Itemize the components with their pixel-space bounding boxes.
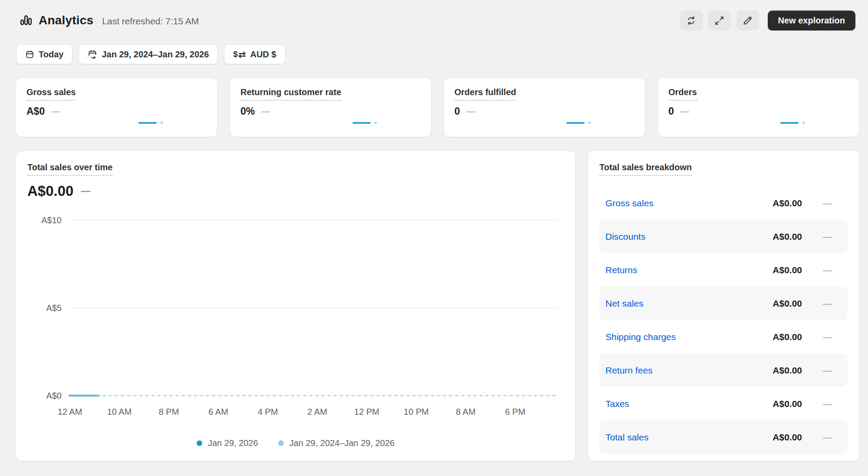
currency-label: AUD $	[250, 50, 276, 60]
metric-value-row: A$0—	[26, 106, 207, 117]
legend-dot	[278, 440, 284, 446]
metric-title[interactable]: Gross sales	[26, 87, 76, 101]
metric-card[interactable]: Returning customer rate0%—	[230, 78, 431, 137]
breakdown-link[interactable]: Discounts	[605, 231, 645, 242]
filter-bar: Today Jan 29, 2024–Jan 29, 2026 $⇄ AUD $	[0, 30, 868, 64]
breakdown-row: Net salesA$0.00—	[599, 287, 848, 320]
sparkline-compare-dot	[802, 122, 805, 124]
x-axis-label: 2 AM	[307, 407, 327, 417]
x-axis-label: 10 PM	[404, 407, 429, 417]
breakdown-value: A$0.00	[773, 198, 802, 208]
x-axis-label: 6 AM	[208, 407, 228, 417]
y-axis-label: A$10	[23, 215, 62, 225]
metric-sparkline	[138, 122, 163, 124]
metric-title[interactable]: Orders	[668, 87, 697, 101]
legend-item: Jan 29, 2026	[197, 438, 258, 448]
gridline	[69, 396, 557, 396]
metric-sparkline	[352, 122, 377, 124]
no-change-dash: —	[261, 106, 270, 116]
date-today-button[interactable]: Today	[16, 44, 72, 64]
chart-total-value: A$0.00	[27, 183, 73, 199]
metric-card[interactable]: Orders fulfilled0—	[444, 78, 645, 137]
breakdown-value: A$0.00	[773, 365, 802, 376]
line-chart-plot: 12 AM10 AM8 PM6 AM4 PM2 AM12 PM10 PM8 AM…	[69, 220, 557, 396]
gridline	[69, 220, 557, 221]
chart-title[interactable]: Total sales over time	[27, 162, 112, 176]
breakdown-value: A$0.00	[773, 231, 802, 242]
metric-title[interactable]: Returning customer rate	[240, 87, 341, 101]
x-axis-label: 4 PM	[258, 407, 278, 417]
x-axis-label: 6 PM	[505, 407, 526, 417]
metric-sparkline	[566, 122, 591, 124]
no-change-dash: —	[81, 185, 90, 197]
metric-value-row: 0%—	[240, 106, 421, 117]
breakdown-row: Total salesA$0.00—	[599, 420, 848, 454]
currency-button[interactable]: $⇄ AUD $	[224, 44, 285, 64]
sparkline-current-line	[566, 122, 585, 124]
total-sales-breakdown-card: Total sales breakdown Gross salesA$0.00—…	[588, 151, 859, 461]
date-range-label: Jan 29, 2024–Jan 29, 2026	[102, 50, 209, 60]
no-change-dash: —	[823, 298, 832, 309]
x-axis-label: 8 PM	[159, 407, 179, 417]
metric-cards: Gross salesA$0—Returning customer rate0%…	[16, 78, 859, 137]
breakdown-link[interactable]: Shipping charges	[605, 332, 676, 342]
breakdown-rows: Gross salesA$0.00—DiscountsA$0.00—Return…	[599, 186, 848, 454]
date-today-label: Today	[39, 50, 63, 60]
metric-card[interactable]: Orders0—	[658, 78, 859, 137]
no-change-dash: —	[823, 198, 832, 208]
x-axis-label: 12 AM	[58, 407, 82, 417]
breakdown-value: A$0.00	[773, 432, 802, 443]
breakdown-link[interactable]: Total sales	[605, 432, 648, 443]
fullscreen-button[interactable]	[708, 10, 731, 30]
chart-legend: Jan 29, 2026Jan 29, 2024–Jan 29, 2026	[16, 438, 575, 448]
breakdown-value: A$0.00	[773, 265, 802, 275]
no-change-dash: —	[467, 106, 475, 116]
page-title: Analytics	[39, 13, 93, 27]
breakdown-link[interactable]: Returns	[605, 265, 638, 275]
breakdown-link[interactable]: Net sales	[605, 298, 644, 309]
legend-label: Jan 29, 2026	[208, 438, 258, 448]
breakdown-title[interactable]: Total sales breakdown	[599, 162, 692, 176]
no-change-dash: —	[823, 399, 832, 409]
breakdown-value: A$0.00	[773, 332, 802, 342]
metric-value: 0%	[240, 106, 255, 117]
x-axis-label: 8 AM	[456, 407, 476, 417]
metric-value: 0	[668, 106, 674, 117]
new-exploration-button[interactable]: New exploration	[768, 10, 855, 30]
metric-value: A$0	[26, 106, 45, 117]
currency-convert-icon: $⇄	[233, 50, 246, 59]
x-axis-ticks: 12 AM10 AM8 PM6 AM4 PM2 AM12 PM10 PM8 AM…	[69, 407, 557, 418]
metric-card[interactable]: Gross salesA$0—	[16, 78, 217, 137]
breakdown-row: Return feesA$0.00—	[599, 354, 848, 387]
no-change-dash: —	[823, 231, 832, 242]
last-refreshed-text: Last refreshed: 7:15 AM	[102, 15, 199, 26]
sparkline-compare-dot	[589, 122, 591, 124]
breakdown-value: A$0.00	[773, 298, 802, 309]
no-change-dash: —	[823, 432, 832, 443]
legend-label: Jan 29, 2024–Jan 29, 2026	[289, 438, 395, 448]
sparkline-current-line	[780, 122, 799, 124]
edit-pencil-icon	[742, 15, 753, 26]
sparkline-current-line	[138, 122, 157, 124]
breakdown-link[interactable]: Return fees	[605, 365, 653, 376]
breakdown-link[interactable]: Gross sales	[605, 198, 654, 208]
analytics-page: Analytics Last refreshed: 7:15 AM	[0, 0, 868, 476]
total-sales-over-time-card: Total sales over time A$0.00 — 12 AM10 A…	[16, 151, 575, 461]
refresh-icon	[686, 15, 697, 26]
page-header: Analytics Last refreshed: 7:15 AM	[0, 0, 868, 30]
calendar-icon	[25, 50, 34, 59]
legend-item: Jan 29, 2024–Jan 29, 2026	[278, 438, 395, 448]
no-change-dash: —	[823, 365, 832, 376]
metric-value-row: 0—	[668, 106, 848, 117]
metric-title[interactable]: Orders fulfilled	[454, 87, 516, 101]
breakdown-link[interactable]: Taxes	[605, 399, 629, 409]
date-range-button[interactable]: Jan 29, 2024–Jan 29, 2026	[79, 44, 218, 64]
no-change-dash: —	[823, 265, 832, 275]
no-change-dash: —	[823, 332, 832, 342]
refresh-button[interactable]	[680, 10, 703, 30]
edit-button[interactable]	[736, 10, 759, 30]
metric-value: 0	[454, 106, 460, 117]
x-axis-label: 10 AM	[107, 407, 132, 417]
calendar-compare-icon	[88, 50, 97, 59]
chart-header: Total sales over time A$0.00 —	[16, 162, 575, 199]
